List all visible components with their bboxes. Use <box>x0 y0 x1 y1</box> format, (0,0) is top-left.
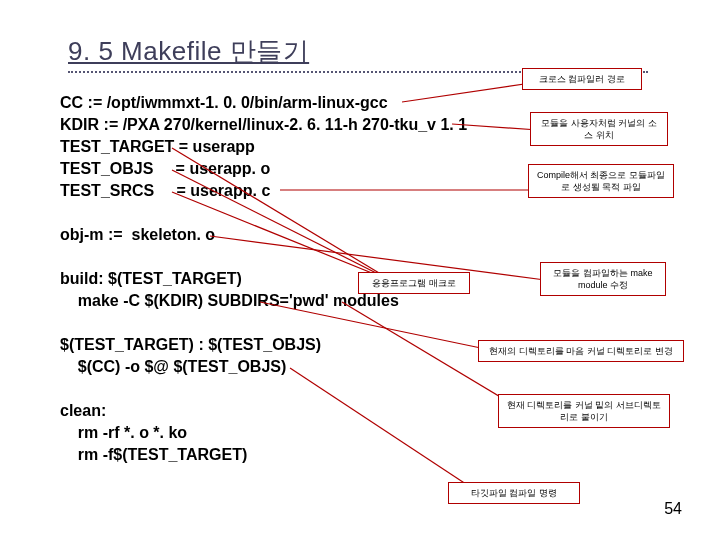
callout-subdir: 현재 디렉토리를 커널 밑의 서브디렉토리로 붙이기 <box>498 394 670 428</box>
callout-cross-compiler: 크로스 컴파일러 경로 <box>522 68 642 90</box>
page-number: 54 <box>664 500 682 518</box>
callout-change-dir: 현재의 디렉토리를 마음 커널 디렉토리로 변경 <box>478 340 684 362</box>
callout-kernel-source: 모듈을 사용자처럼 커널의 소스 위치 <box>530 112 668 146</box>
callout-make-module: 모듈을 컴파일하는 make module 수정 <box>540 262 666 296</box>
callout-app-macro: 응용프로그램 매크로 <box>358 272 470 294</box>
callout-compile-cmd: 타깃파일 컴파일 명령 <box>448 482 580 504</box>
slide: 9. 5 Makefile 만들기 CC := /opt/iwmmxt-1. 0… <box>0 0 720 540</box>
callout-object-file: Compile해서 최종으로 모듈파일로 생성될 목적 파일 <box>528 164 674 198</box>
slide-title: 9. 5 Makefile 만들기 <box>68 36 309 66</box>
